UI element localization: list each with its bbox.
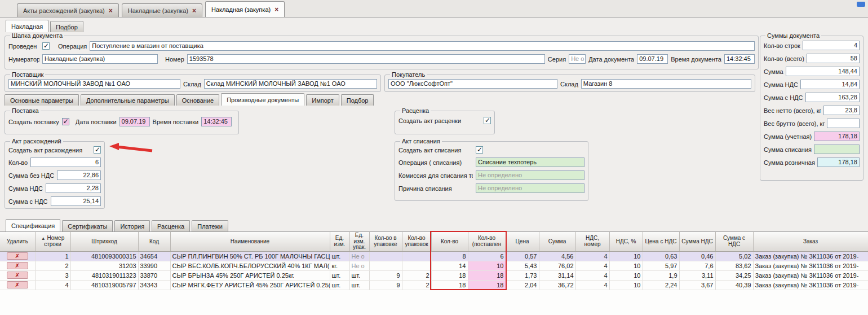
tab-nakladnaya[interactable]: Накладная	[6, 20, 48, 32]
doc-date-input[interactable]: 09.07.19	[637, 54, 668, 64]
close-icon[interactable]: ×	[192, 8, 196, 14]
totals-writeoff-sum[interactable]	[814, 145, 860, 154]
rascenka-legend: Расценка	[400, 107, 431, 114]
col-header-code[interactable]: Код	[138, 232, 170, 251]
operation-input[interactable]: Поступление в магазин от поставщика	[90, 41, 755, 51]
col-header-qty-delivered[interactable]: Кол-во (поставлен	[468, 232, 506, 251]
tab-istoriya[interactable]: История	[114, 220, 150, 231]
supplier-input[interactable]: МИНСКИЙ МОЛОЧНЫЙ ЗАВОД №1 ОАО	[8, 79, 180, 89]
window-tab-akty-rashozhdeniy[interactable]: Акты расхождений (закупка) ×	[17, 3, 119, 17]
doc-time-label: Время документа	[671, 56, 721, 63]
totals-sum-with-vat[interactable]: 163,28	[805, 93, 860, 102]
spisanie-reason-input[interactable]: Не определено	[476, 183, 584, 193]
create-akt-rashozhdeniya-checkbox[interactable]: ✓	[94, 146, 101, 154]
cell: 4	[575, 280, 609, 290]
akt-sum-with-vat-input[interactable]: 25,14	[51, 196, 101, 206]
series-input[interactable]: Не о	[569, 54, 586, 64]
create-rascenka-checkbox[interactable]: ✓	[484, 117, 491, 124]
col-header-qty-in-pack[interactable]: Кол-во в упаковке	[369, 232, 402, 251]
col-header-price[interactable]: Цена	[506, 232, 539, 251]
spisanie-commission-input[interactable]: Не определено	[476, 170, 584, 180]
tab-sertifikaty[interactable]: Сертификаты	[62, 220, 113, 231]
tab-platezhi[interactable]: Платежи	[192, 220, 228, 231]
table-row[interactable]: ✗1481009300031534654СЫР ПЛ.ПИНГВИН 50% С…	[0, 251, 868, 261]
col-header-price-with-vat[interactable]: Цена с НДС	[643, 232, 679, 251]
col-header-unit[interactable]: Ед. изм.	[330, 232, 349, 251]
totals-sum-vat[interactable]: 14,84	[800, 80, 860, 89]
buyer-warehouse-input[interactable]: Магазин 8	[581, 79, 751, 89]
col-header-vat-percent[interactable]: НДС, %	[609, 232, 643, 251]
col-header-order[interactable]: Заказ	[753, 232, 868, 251]
tab-proizvodnye-dokumenty[interactable]: Производные документы	[221, 93, 304, 106]
number-input[interactable]: 1593578	[187, 54, 545, 64]
col-header-line-number[interactable]: ▲ Номер строки	[35, 232, 70, 251]
col-header-barcode[interactable]: Штрихкод	[70, 232, 138, 251]
delete-row-button[interactable]: ✗	[7, 262, 28, 269]
table-row[interactable]: ✗3481031901132333870СЫР БРЫНЗА 45% 250Г …	[0, 270, 868, 280]
postavka-time-input[interactable]: 14:32:45	[201, 117, 232, 126]
col-header-delete[interactable]: Удалить	[0, 232, 35, 251]
totals-gross-weight[interactable]	[827, 119, 860, 128]
tab-podbor[interactable]: Подбор	[50, 21, 83, 32]
doc-time-input[interactable]: 14:32:45	[724, 54, 755, 64]
col-header-name[interactable]: Наименование	[170, 232, 330, 251]
totals-lines-count[interactable]: 4	[803, 41, 860, 50]
col-header-sum[interactable]: Сумма	[539, 232, 575, 251]
delete-row-button[interactable]: ✗	[7, 252, 28, 260]
col-header-unit-pack[interactable]: Ед. изм. упак.	[349, 232, 369, 251]
table-row[interactable]: ✗23120333990СЫР ВЕС.КОЛБ.КОПЧ.БЕЛОРУССКИ…	[0, 261, 868, 270]
spec-table-body: ✗1481009300031534654СЫР ПЛ.ПИНГВИН 50% С…	[0, 251, 868, 290]
cell: 0,63	[643, 251, 679, 261]
check-icon: ✓	[485, 116, 490, 124]
close-icon[interactable]: ×	[274, 7, 278, 12]
tab-label: Подбор	[56, 24, 78, 30]
delete-row-button[interactable]: ✗	[7, 281, 28, 288]
col-header-qty[interactable]: Кол-во	[431, 232, 468, 251]
totals-retail-sum[interactable]: 178,18	[817, 158, 860, 167]
col-header-vat-number[interactable]: НДС, номер	[575, 232, 609, 251]
window-tab-nakladnye[interactable]: Накладные (закупка) ×	[122, 3, 202, 17]
create-postavka-checkbox[interactable]: ✓	[62, 118, 69, 125]
akt-qty-input[interactable]: 6	[30, 158, 101, 167]
akt-sum-vat-input[interactable]: 2,28	[46, 183, 101, 193]
window-tab-nakladnaya[interactable]: Накладная (закупка) ×	[205, 1, 285, 17]
cell: 14	[431, 261, 468, 270]
tab-import[interactable]: Импорт	[306, 94, 339, 106]
tab-label: Производные документы	[227, 97, 299, 103]
supplier-warehouse-input[interactable]: Склад МИНСКИЙ МОЛОЧНЫЙ ЗАВОД №1 ОАО	[204, 79, 377, 89]
tab-rascenka-bottom[interactable]: Расценка	[152, 220, 190, 231]
numerator-input[interactable]: Накладные (закупка)	[42, 54, 158, 64]
scrollbar-thumb[interactable]	[857, 2, 865, 7]
totals-accounting-sum[interactable]: 178,18	[814, 132, 860, 141]
buyer-input[interactable]: ООО "ЛюксСофтОпт"	[388, 79, 557, 89]
postavka-date-input[interactable]: 09.07.19	[119, 117, 150, 126]
create-rascenka-label: Создать акт расценки	[398, 117, 481, 124]
tab-label: История	[120, 223, 144, 230]
totals-label: Вес брутто (всего), кг	[764, 120, 825, 127]
tab-dopolnitelnye-parametry[interactable]: Дополнительные параметры	[81, 94, 175, 106]
tab-specifikaciya[interactable]: Спецификация	[6, 219, 60, 231]
tab-label: Дополнительные параметры	[86, 97, 169, 104]
totals-qty-total[interactable]: 58	[807, 54, 860, 63]
tab-podbor-params[interactable]: Подбор	[341, 94, 374, 106]
table-row[interactable]: ✗4481031900579734343СЫР МЯГК.ФЕТУ АРИСТЕ…	[0, 280, 868, 290]
delete-row-button[interactable]: ✗	[7, 272, 28, 279]
window-tab-label: Акты расхождений (закупка)	[23, 7, 105, 14]
provodka-checkbox[interactable]: ✓	[42, 42, 50, 50]
close-icon[interactable]: ×	[109, 8, 113, 14]
totals-sum[interactable]: 148,44	[786, 67, 860, 76]
col-header-sum-vat[interactable]: Сумма НДС	[679, 232, 715, 251]
cell: 31203	[70, 261, 138, 270]
akt-sum-no-vat-input[interactable]: 22,86	[57, 170, 101, 180]
tab-osnovanie[interactable]: Основание	[176, 94, 219, 106]
cell: 5,02	[715, 251, 753, 261]
create-akt-spisaniya-checkbox[interactable]: ✓	[476, 146, 483, 154]
col-header-sum-with-vat[interactable]: Сумма с НДС	[715, 232, 753, 251]
cell: 2,24	[643, 280, 679, 290]
spisanie-commission-label: Комиссия для списания товаров	[398, 172, 473, 179]
tab-osnovnye-parametry[interactable]: Основные параметры	[5, 94, 79, 106]
totals-net-weight[interactable]: 23,8	[823, 106, 860, 115]
spisanie-operation-input[interactable]: Списание техпотерь	[476, 158, 584, 167]
window-tab-label: Накладная (закупка)	[211, 6, 271, 13]
col-header-packs-count[interactable]: Кол-во упаковок	[402, 232, 431, 251]
